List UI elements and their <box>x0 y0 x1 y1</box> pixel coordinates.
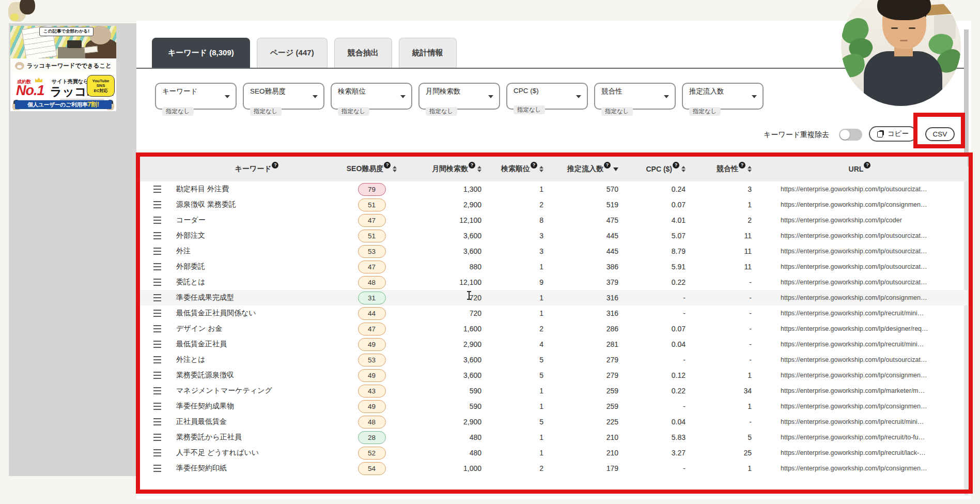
url-cell[interactable]: https://enterprise.goworkship.com/lp/con… <box>752 403 968 410</box>
help-icon[interactable]: ? <box>604 162 611 169</box>
filter-dropdown-competitiveness[interactable]: 競合性指定なし <box>594 83 676 110</box>
table-row[interactable]: 業務委託から正社員2848012105.835https://enterpris… <box>140 430 968 445</box>
competitiveness-cell: 34 <box>686 387 752 395</box>
url-cell[interactable]: https://enterprise.goworkship.com/lp/con… <box>752 294 968 301</box>
filter-dropdown-estimated-traffic[interactable]: 推定流入数指定なし <box>682 83 764 110</box>
url-cell[interactable]: https://enterprise.goworkship.com/lp/rec… <box>752 449 968 456</box>
table-row[interactable]: 人手不足 どうすればいい5248012103.2725https://enter… <box>140 445 968 461</box>
table-row[interactable]: 最低賃金正社員492,90042810.04-https://enterpris… <box>140 337 968 352</box>
competitiveness-cell: 11 <box>686 247 752 255</box>
url-cell[interactable]: https://enterprise.goworkship.com/lp/out… <box>752 232 968 239</box>
copy-button[interactable]: コピー <box>869 126 917 142</box>
table-row[interactable]: マネジメントマーケティング4359012590.2234https://ente… <box>140 383 968 399</box>
drag-handle-icon[interactable] <box>153 186 161 193</box>
table-row[interactable]: 外部注文513,60034455.0711https://enterprise.… <box>140 228 968 243</box>
column-header-seo-difficulty[interactable]: SEO難易度? <box>339 164 404 174</box>
csv-button[interactable]: CSV <box>925 127 955 141</box>
table-row[interactable]: 外部委託4788013865.9111https://enterprise.go… <box>140 259 968 274</box>
ad-banner-rakko-ma[interactable]: 成約数 No.1 サイト売買なら ラッコM&A YouTubeSNSEC対応 個… <box>10 73 116 111</box>
drag-handle-icon[interactable] <box>153 310 161 317</box>
help-icon[interactable]: ? <box>864 162 870 169</box>
help-icon[interactable]: ? <box>673 162 679 169</box>
column-header-cpc[interactable]: CPC ($)? <box>618 165 686 173</box>
help-icon[interactable]: ? <box>739 162 745 169</box>
seo-difficulty-badge: 47 <box>358 214 386 227</box>
url-cell[interactable]: https://enterprise.goworkship.com/lp/out… <box>752 279 968 286</box>
column-header-monthly-searches[interactable]: 月間検索数? <box>404 164 481 174</box>
help-icon[interactable]: ? <box>469 162 475 169</box>
table-row[interactable]: 外注とは533,6005279--https://enterprise.gowo… <box>140 352 968 368</box>
column-header-competitiveness[interactable]: 競合性? <box>686 164 752 174</box>
table-row[interactable]: デザイン お金471,60022860.07-https://enterpris… <box>140 321 968 337</box>
drag-handle-icon[interactable] <box>153 403 161 410</box>
filter-dropdown-monthly-searches[interactable]: 月間検索数指定なし <box>418 83 500 110</box>
table-row[interactable]: 源泉徴収 業務委託512,90025190.071https://enterpr… <box>140 197 968 212</box>
table-row[interactable]: 準委任契約印紙541,0002179-1https://enterprise.g… <box>140 461 968 476</box>
seo-difficulty-badge: 51 <box>358 198 386 211</box>
help-icon[interactable]: ? <box>272 162 278 169</box>
drag-handle-icon[interactable] <box>153 341 161 348</box>
drag-handle-icon[interactable] <box>153 356 161 363</box>
table-row[interactable]: 外注533,60034458.7911https://enterprise.go… <box>140 243 968 259</box>
drag-handle-icon[interactable] <box>153 294 161 301</box>
tab-page[interactable]: ページ (447) <box>257 38 328 68</box>
drag-handle-icon[interactable] <box>153 449 161 456</box>
drag-handle-icon[interactable] <box>153 387 161 394</box>
drag-handle-icon[interactable] <box>153 279 161 286</box>
url-cell[interactable]: https://enterprise.goworkship.com/lp/out… <box>752 356 968 363</box>
drag-handle-icon[interactable] <box>153 217 161 224</box>
cpc-cell: 0.07 <box>618 325 686 333</box>
cpc-cell: 3.27 <box>618 449 686 457</box>
help-icon[interactable]: ? <box>531 162 537 169</box>
url-cell[interactable]: https://enterprise.goworkship.com/lp/con… <box>752 465 968 472</box>
tab-competitor-extract[interactable]: 競合抽出 <box>334 38 392 68</box>
drag-handle-icon[interactable] <box>153 418 161 425</box>
url-cell[interactable]: https://enterprise.goworkship.com/lp/out… <box>752 186 968 193</box>
tab-keyword[interactable]: キーワード (8,309) <box>152 38 250 68</box>
column-header-search-rank[interactable]: 検索順位? <box>481 164 543 174</box>
url-cell[interactable]: https://enterprise.goworkship.com/lp/cod… <box>752 217 968 224</box>
filter-dropdown-seo-difficulty[interactable]: SEO難易度指定なし <box>243 83 324 110</box>
estimated-traffic-cell: 286 <box>543 325 618 333</box>
drag-handle-icon[interactable] <box>153 465 161 472</box>
seo-difficulty-cell: 49 <box>339 338 404 351</box>
column-header-estimated-traffic[interactable]: 推定流入数? <box>543 164 618 174</box>
url-cell[interactable]: https://enterprise.goworkship.com/lp/con… <box>752 372 968 379</box>
table-row[interactable]: 最低賃金正社員関係ない447201316--https://enterprise… <box>140 306 968 321</box>
url-cell[interactable]: https://enterprise.goworkship.com/lp/mar… <box>752 387 968 394</box>
url-cell[interactable]: https://enterprise.goworkship.com/lp/rec… <box>752 310 968 317</box>
table-row[interactable]: 準委任契約成果物495901259-1https://enterprise.go… <box>140 399 968 414</box>
scrollbar-thumb[interactable] <box>964 29 969 166</box>
filter-label: 推定流入数 <box>689 87 757 96</box>
monthly-searches-cell: 1,000 <box>404 464 481 472</box>
drag-handle-icon[interactable] <box>153 325 161 332</box>
drag-handle-icon[interactable] <box>153 232 161 239</box>
filter-bar: キーワード指定なしSEO難易度指定なし検索順位指定なし月間検索数指定なしCPC … <box>155 83 764 110</box>
table-row[interactable]: 準委任成果完成型317201316--https://enterprise.go… <box>140 290 968 306</box>
table-row[interactable]: 業務委託源泉徴収493,60052790.121https://enterpri… <box>140 368 968 383</box>
drag-handle-icon[interactable] <box>153 372 161 379</box>
tab-statistics[interactable]: 統計情報 <box>399 38 457 68</box>
table-row[interactable]: 勘定科目 外注費791,30015700.243https://enterpri… <box>140 181 968 197</box>
url-cell[interactable]: https://enterprise.goworkship.com/lp/des… <box>752 325 968 332</box>
url-cell[interactable]: https://enterprise.goworkship.com/lp/out… <box>752 248 968 255</box>
url-cell[interactable]: https://enterprise.goworkship.com/lp/con… <box>752 201 968 208</box>
table-row[interactable]: コーダー4712,10084754.012https://enterprise.… <box>140 212 968 228</box>
help-icon[interactable]: ? <box>384 162 391 169</box>
url-cell[interactable]: https://enterprise.goworkship.com/lp/rec… <box>752 341 968 348</box>
filter-dropdown-cpc[interactable]: CPC ($)指定なし <box>506 83 588 110</box>
drag-handle-icon[interactable] <box>153 248 161 255</box>
drag-handle-icon[interactable] <box>153 201 161 208</box>
table-row[interactable]: 委託とは4812,10093790.22-https://enterprise.… <box>140 274 968 290</box>
url-cell[interactable]: https://enterprise.goworkship.com/lp/rec… <box>752 418 968 425</box>
filter-dropdown-keyword[interactable]: キーワード指定なし <box>155 83 237 110</box>
url-cell[interactable]: https://enterprise.goworkship.com/lp/rec… <box>752 434 968 441</box>
drag-handle-icon[interactable] <box>153 434 161 441</box>
toggle-knob[interactable] <box>840 130 850 140</box>
ad-banner-rakko-keyword[interactable]: この記事で全部わかる! ラッコキーワードでできること <box>10 26 116 73</box>
dedupe-toggle[interactable] <box>839 129 862 141</box>
drag-handle-icon[interactable] <box>153 263 161 270</box>
table-row[interactable]: 正社員最低賃金482,90052250.04-https://enterpris… <box>140 414 968 430</box>
url-cell[interactable]: https://enterprise.goworkship.com/lp/out… <box>752 263 968 270</box>
filter-dropdown-search-rank[interactable]: 検索順位指定なし <box>331 83 412 110</box>
